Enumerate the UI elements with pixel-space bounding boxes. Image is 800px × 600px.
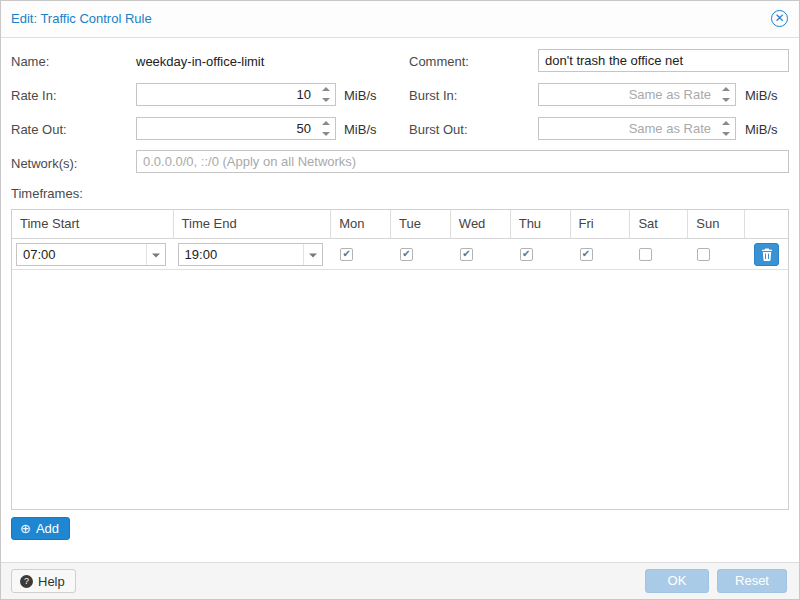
spin-up-icon[interactable] — [717, 118, 735, 129]
mon-checkbox[interactable] — [340, 248, 353, 261]
rate-out-field — [136, 117, 336, 140]
burst-in-spinner[interactable] — [717, 84, 735, 105]
burst-out-field — [538, 117, 736, 140]
thu-checkbox[interactable] — [520, 248, 533, 261]
dialog-title: Edit: Traffic Control Rule — [11, 11, 152, 26]
trash-icon — [761, 248, 773, 261]
time-end-combobox[interactable]: 19:00 — [178, 243, 324, 266]
burst-in-label: Burst In: — [409, 88, 457, 103]
column-header-sat: Sat — [630, 210, 688, 238]
rate-out-label: Rate Out: — [11, 122, 67, 137]
column-header-mon: Mon — [331, 210, 391, 238]
time-end-value: 19:00 — [185, 247, 218, 262]
table-row: 07:00 19:00 — [12, 239, 788, 270]
name-label: Name: — [11, 54, 49, 69]
column-header-tue: Tue — [391, 210, 451, 238]
rate-in-input[interactable] — [136, 83, 336, 106]
question-circle-icon: ? — [20, 575, 33, 588]
burst-in-field — [538, 83, 736, 106]
chevron-down-icon[interactable] — [303, 244, 322, 265]
networks-label: Network(s): — [11, 156, 77, 171]
column-header-wed: Wed — [451, 210, 511, 238]
traffic-control-dialog: Edit: Traffic Control Rule ✕ Name: weekd… — [0, 0, 800, 600]
column-header-sun: Sun — [688, 210, 745, 238]
tue-checkbox[interactable] — [400, 248, 413, 261]
dialog-footer: ? Help OK Reset — [1, 562, 799, 599]
column-header-actions — [745, 210, 788, 238]
delete-row-button[interactable] — [754, 243, 779, 266]
spin-down-icon[interactable] — [717, 129, 735, 140]
name-value: weekday-in-office-limit — [136, 54, 264, 69]
spin-down-icon[interactable] — [317, 129, 335, 140]
add-button-label: Add — [36, 521, 59, 536]
rate-in-spinner[interactable] — [317, 84, 335, 105]
rate-in-label: Rate In: — [11, 88, 57, 103]
column-header-fri: Fri — [571, 210, 631, 238]
plus-circle-icon: ⊕ — [20, 522, 31, 535]
spin-down-icon[interactable] — [717, 95, 735, 106]
add-button[interactable]: ⊕ Add — [11, 517, 70, 540]
ok-button[interactable]: OK — [645, 569, 709, 593]
wed-checkbox[interactable] — [460, 248, 473, 261]
spin-down-icon[interactable] — [317, 95, 335, 106]
burst-out-unit: MiB/s — [745, 122, 778, 137]
networks-input[interactable] — [136, 150, 789, 173]
time-start-combobox[interactable]: 07:00 — [16, 243, 166, 266]
rate-out-spinner[interactable] — [317, 118, 335, 139]
spin-up-icon[interactable] — [317, 84, 335, 95]
chevron-down-icon[interactable] — [146, 244, 165, 265]
burst-in-unit: MiB/s — [745, 88, 778, 103]
burst-out-input[interactable] — [538, 117, 736, 140]
rate-out-input[interactable] — [136, 117, 336, 140]
column-header-thu: Thu — [511, 210, 571, 238]
column-header-time-end: Time End — [174, 210, 332, 238]
table-header-row: Time Start Time End Mon Tue Wed Thu Fri … — [12, 210, 788, 239]
comment-label: Comment: — [409, 54, 469, 69]
fri-checkbox[interactable] — [580, 248, 593, 261]
time-start-value: 07:00 — [23, 247, 56, 262]
close-icon[interactable]: ✕ — [771, 10, 788, 27]
timeframes-table: Time Start Time End Mon Tue Wed Thu Fri … — [11, 209, 789, 510]
burst-out-spinner[interactable] — [717, 118, 735, 139]
help-button[interactable]: ? Help — [11, 569, 76, 593]
rate-in-field — [136, 83, 336, 106]
rate-out-unit: MiB/s — [344, 122, 377, 137]
sat-checkbox[interactable] — [639, 248, 652, 261]
sun-checkbox[interactable] — [697, 248, 710, 261]
reset-button[interactable]: Reset — [717, 569, 787, 593]
burst-out-label: Burst Out: — [409, 122, 468, 137]
column-header-time-start: Time Start — [12, 210, 174, 238]
rate-in-unit: MiB/s — [344, 88, 377, 103]
burst-in-input[interactable] — [538, 83, 736, 106]
help-button-label: Help — [38, 574, 65, 589]
timeframes-label: Timeframes: — [11, 186, 83, 201]
spin-up-icon[interactable] — [317, 118, 335, 129]
comment-input[interactable] — [538, 49, 789, 72]
dialog-header: Edit: Traffic Control Rule ✕ — [1, 1, 799, 38]
spin-up-icon[interactable] — [717, 84, 735, 95]
